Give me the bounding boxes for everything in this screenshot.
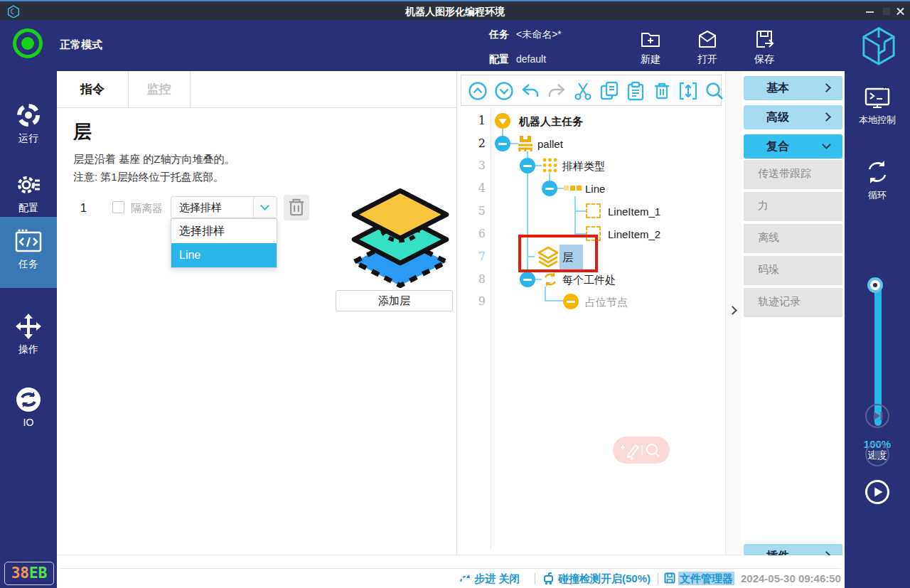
tree-node-pattern-type[interactable]: 排样类型 [562,160,605,173]
tree-node-placeholder[interactable]: 占位节点 [585,296,628,309]
instruction-palette: 基本 高级 复合 传送带跟踪 力 离线 码垛 轨迹记录 插件 [742,71,845,568]
tree-node-lineitem1[interactable]: LineItem_1 [608,205,660,218]
chevron-right-icon [822,83,831,92]
status-separator [535,573,535,584]
tree-node-pallet[interactable]: pallet [537,138,563,150]
collision-detection-toggle[interactable]: 碰撞检测开启(50%) [558,572,651,586]
palette-group-label: 复合 [766,139,789,154]
config-row: 配置default [489,53,546,66]
redo-icon[interactable] [546,80,567,102]
sidebar-item-operate[interactable]: 操作 [0,302,57,372]
new-button[interactable]: 新建 [626,27,675,67]
page-title: 层 [73,119,92,144]
delete-layer-button[interactable] [284,195,309,220]
pattern-dropdown[interactable]: 选择排样 [171,196,277,218]
expand-panel-chevron-icon[interactable] [728,306,737,315]
chevron-right-icon [822,112,831,122]
tab-monitor[interactable]: 监控 [128,71,190,108]
sidebar-item-label: IO [0,417,57,428]
tree-node-foreach[interactable]: 每个工件处 [562,274,616,287]
mode-indicator-icon [13,28,43,58]
dropdown-option-selected[interactable]: Line [171,243,277,267]
insert-node-icon[interactable] [678,80,699,102]
step-forward-button[interactable] [865,404,889,428]
palette-item-label: 轨迹记录 [758,295,801,309]
line-number: 4 [464,181,486,195]
left-sidebar: 运行 配置 任务 操作 [0,71,57,588]
palette-item-offline[interactable]: 离线 [744,224,842,253]
pallet-icon [517,134,534,152]
description-line: 层是沿着 基座 的Z轴方向堆叠的。 [73,153,235,166]
palette-group-composite[interactable]: 复合 [744,134,842,159]
move-down-icon[interactable] [493,80,515,102]
save-button[interactable]: 保存 [739,27,789,67]
maximize-button[interactable] [882,6,893,17]
new-button-label: 新建 [626,53,675,66]
tree-collapse-toggle[interactable] [520,158,535,173]
step-mode-icon [459,572,471,585]
play-button[interactable] [865,480,889,504]
palette-item-conveyor[interactable]: 传送带跟踪 [744,160,842,189]
undo-icon[interactable] [520,80,541,102]
delete-icon[interactable] [651,80,673,102]
palette-item-trajectory[interactable]: 轨迹记录 [744,288,842,317]
line-number: 2 [464,137,486,150]
right-sidebar: 本地控制 循环 100% 速度 [845,71,910,588]
loop-button[interactable]: 循环 [845,158,910,202]
sidebar-item-io[interactable]: IO [0,375,57,445]
local-control-button[interactable]: 本地控制 [845,87,910,127]
palette-group-advanced[interactable]: 高级 [744,105,842,129]
add-layer-button[interactable]: 添加层 [336,290,453,311]
close-button[interactable] [895,6,906,17]
code-window-icon [14,227,43,255]
sidebar-item-task[interactable]: 任务 [0,217,57,288]
palette-item-force[interactable]: 力 [744,192,842,221]
minimize-button[interactable] [864,6,876,17]
tree-node-main-task[interactable]: 机器人主任务 [519,115,583,129]
search-icon[interactable] [704,80,725,102]
sidebar-item-label: 操作 [0,343,57,356]
separator-checkbox[interactable] [112,201,124,213]
line-number: 1 [464,114,486,127]
file-manager-button[interactable]: 文件管理器 [678,572,734,586]
cut-icon[interactable] [572,80,594,102]
pattern-dropdown-menu: 选择排样 Line [171,218,277,268]
status-timestamp: 2024-05-30 09:46:50 [741,572,841,584]
trash-icon [284,195,309,220]
chevron-down-icon [822,140,831,149]
chevron-down-icon [260,201,269,210]
annotation-watermark [613,437,670,464]
new-file-icon [638,27,663,51]
tree-collapse-toggle[interactable] [542,181,557,196]
move-up-icon[interactable] [467,80,488,102]
device-code-part2: EB [29,565,47,582]
open-button[interactable]: 打开 [682,27,732,67]
line-number: 9 [464,294,486,308]
line-number: 6 [464,227,486,240]
device-code-part1: 38 [11,565,29,582]
palette-group-basic[interactable]: 基本 [744,76,842,100]
palette-item-label: 离线 [758,231,779,245]
tree-collapse-toggle[interactable] [495,113,510,129]
copy-icon[interactable] [599,80,620,102]
tree-collapse-toggle[interactable] [520,272,535,287]
mode-label: 正常模式 [60,38,102,52]
step-mode-toggle[interactable]: 步进 关闭 [474,572,520,586]
tree-node-line[interactable]: Line [585,183,605,195]
tab-instruction[interactable]: 指令 [57,71,128,108]
dropdown-option[interactable]: 选择排样 [171,219,277,243]
tree-node-lineitem2[interactable]: LineItem_2 [608,228,660,240]
status-separator [658,573,658,584]
tree-collapse-toggle[interactable] [495,136,510,151]
dropdown-toggle[interactable] [253,197,277,218]
annotation-red-box [518,235,598,272]
sidebar-item-run[interactable]: 运行 [0,91,57,161]
palette-group-label: 高级 [766,110,789,125]
stop-button[interactable] [865,442,889,466]
palette-item-palletizing[interactable]: 码垛 [744,256,842,285]
window-title: 机器人图形化编程环境 [0,6,910,18]
paste-icon[interactable] [625,80,646,102]
line-item-icon [586,203,601,218]
speed-slider-handle[interactable] [870,280,880,290]
play-icon [867,482,887,502]
